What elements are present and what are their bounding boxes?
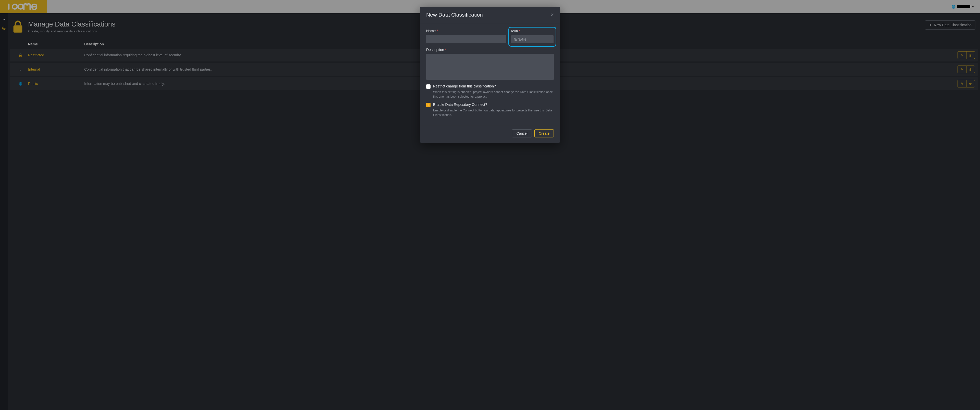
restrict-change-checkbox[interactable] [426,84,431,89]
restrict-change-label: Restrict change from this classification… [433,84,554,88]
required-indicator: * [437,29,438,33]
enable-connect-option: Enable Data Repository Connect? Enable o… [426,103,554,117]
icon-field-highlight: Icon * [508,27,556,47]
enable-connect-checkbox[interactable] [426,103,431,107]
new-classification-modal: New Data Classification × Name * Icon * [420,6,560,143]
check-icon [427,103,430,107]
description-field: Description * [426,47,554,81]
create-button[interactable]: Create [535,129,554,138]
cancel-button[interactable]: Cancel [512,129,532,138]
modal-body: Name * Icon * Description * [420,23,560,120]
name-label: Name * [426,29,506,33]
name-input[interactable] [426,35,506,43]
restrict-change-help: When this setting is enabled, project ow… [433,90,554,99]
required-indicator: * [445,47,446,52]
icon-field: Icon * [511,29,554,44]
enable-connect-label: Enable Data Repository Connect? [433,103,554,106]
icon-input[interactable] [511,35,554,43]
restrict-change-option: Restrict change from this classification… [426,84,554,99]
modal-close-button[interactable]: × [550,12,554,17]
description-label: Description * [426,47,554,52]
description-input[interactable] [426,54,554,80]
icon-label: Icon * [511,29,554,33]
required-indicator: * [519,29,520,33]
enable-connect-help: Enable or disable the Connect button on … [433,108,554,117]
close-icon: × [550,11,554,18]
modal-title: New Data Classification [426,12,483,18]
modal-header: New Data Classification × [420,6,560,23]
modal-footer: Cancel Create [420,125,560,143]
name-field: Name * [426,29,506,44]
